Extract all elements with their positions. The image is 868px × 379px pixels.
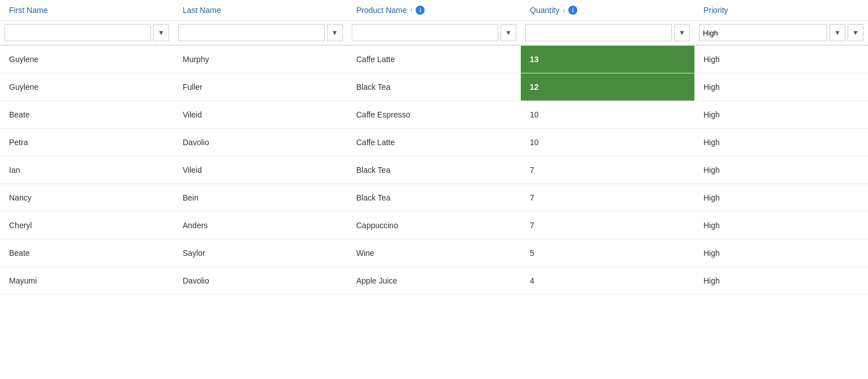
cell-priority: High <box>694 156 868 184</box>
filter-firstname: ▼ <box>0 21 174 46</box>
cell-quantity: 5 <box>521 239 694 267</box>
table-row: GuyleneMurphyCaffe Latte13High <box>0 45 868 73</box>
filter-priority: ▼ ▼ <box>694 21 868 46</box>
cell-lastname: Murphy <box>174 45 347 73</box>
cell-quantity: 10 <box>521 101 694 129</box>
cell-quantity: 10 <box>521 129 694 156</box>
cell-priority: High <box>694 73 868 101</box>
lastname-filter-button[interactable]: ▼ <box>327 24 343 41</box>
col-header-quantity[interactable]: Quantity ↓ i <box>521 0 694 21</box>
productname-filter-input[interactable] <box>352 24 498 41</box>
priority-filter-input[interactable] <box>699 24 827 41</box>
cell-firstname: Mayumi <box>0 267 174 295</box>
productname-sort-up-icon: ↑ <box>409 6 413 14</box>
col-header-productname[interactable]: Product Name ↑ i <box>347 0 521 21</box>
cell-productname: Cappuccino <box>347 212 521 239</box>
col-header-priority[interactable]: Priority <box>694 0 868 21</box>
cell-priority: High <box>694 129 868 156</box>
productname-filter-button[interactable]: ▼ <box>500 24 516 41</box>
lastname-filter-input[interactable] <box>178 24 325 41</box>
cell-priority: High <box>694 101 868 129</box>
table-row: GuyleneFullerBlack Tea12High <box>0 73 868 101</box>
cell-lastname: Vileid <box>174 101 347 129</box>
cell-lastname: Bein <box>174 184 347 212</box>
table-row: BeateSaylorWine5High <box>0 239 868 267</box>
cell-quantity: 13 <box>521 45 694 73</box>
cell-productname: Apple Juice <box>347 267 521 295</box>
cell-firstname: Beate <box>0 101 174 129</box>
col-header-firstname[interactable]: First Name <box>0 0 174 21</box>
cell-priority: High <box>694 239 868 267</box>
table-row: BeateVileidCaffe Espresso10High <box>0 101 868 129</box>
quantity-info-icon[interactable]: i <box>568 6 577 15</box>
cell-firstname: Ian <box>0 156 174 184</box>
quantity-filter-button[interactable]: ▼ <box>674 24 690 41</box>
cell-firstname: Guylene <box>0 45 174 73</box>
cell-lastname: Vileid <box>174 156 347 184</box>
cell-quantity: 12 <box>521 73 694 101</box>
cell-productname: Wine <box>347 239 521 267</box>
cell-priority: High <box>694 184 868 212</box>
cell-lastname: Davolio <box>174 129 347 156</box>
filter-lastname: ▼ <box>174 21 347 46</box>
priority-filter-clear-button[interactable]: ▼ <box>848 24 863 41</box>
cell-productname: Caffe Espresso <box>347 101 521 129</box>
cell-lastname: Anders <box>174 212 347 239</box>
table-row: IanVileidBlack Tea7High <box>0 156 868 184</box>
table-row: CherylAndersCappuccino7High <box>0 212 868 239</box>
cell-firstname: Beate <box>0 239 174 267</box>
cell-quantity: 7 <box>521 184 694 212</box>
filter-productname: ▼ <box>347 21 521 46</box>
cell-firstname: Cheryl <box>0 212 174 239</box>
col-header-lastname[interactable]: Last Name <box>174 0 347 21</box>
cell-productname: Caffe Latte <box>347 129 521 156</box>
cell-firstname: Guylene <box>0 73 174 101</box>
table-row: NancyBeinBlack Tea7High <box>0 184 868 212</box>
cell-productname: Black Tea <box>347 156 521 184</box>
filter-quantity: ▼ <box>521 21 694 46</box>
quantity-filter-input[interactable] <box>525 24 672 41</box>
cell-productname: Caffe Latte <box>347 45 521 73</box>
cell-quantity: 4 <box>521 267 694 295</box>
cell-quantity: 7 <box>521 212 694 239</box>
cell-lastname: Saylor <box>174 239 347 267</box>
priority-label: Priority <box>703 6 728 15</box>
cell-lastname: Fuller <box>174 73 347 101</box>
lastname-label: Last Name <box>183 6 221 15</box>
cell-priority: High <box>694 45 868 73</box>
cell-quantity: 7 <box>521 156 694 184</box>
quantity-sort-down-icon: ↓ <box>562 6 565 14</box>
table-row: PetraDavolioCaffe Latte10High <box>0 129 868 156</box>
cell-productname: Black Tea <box>347 184 521 212</box>
firstname-label: First Name <box>9 6 47 15</box>
firstname-filter-input[interactable] <box>5 24 151 41</box>
table-body: GuyleneMurphyCaffe Latte13HighGuyleneFul… <box>0 45 868 295</box>
table-container: First Name Last Name Product Name ↑ i <box>0 0 868 295</box>
cell-priority: High <box>694 212 868 239</box>
firstname-filter-button[interactable]: ▼ <box>153 24 169 41</box>
cell-firstname: Nancy <box>0 184 174 212</box>
cell-firstname: Petra <box>0 129 174 156</box>
cell-priority: High <box>694 267 868 295</box>
productname-label: Product Name <box>356 6 407 15</box>
quantity-label: Quantity <box>530 6 559 15</box>
cell-lastname: Davolio <box>174 267 347 295</box>
cell-productname: Black Tea <box>347 73 521 101</box>
productname-info-icon[interactable]: i <box>416 6 425 15</box>
table-row: MayumiDavolioApple Juice4High <box>0 267 868 295</box>
priority-filter-button[interactable]: ▼ <box>830 24 845 41</box>
data-table: First Name Last Name Product Name ↑ i <box>0 0 868 295</box>
